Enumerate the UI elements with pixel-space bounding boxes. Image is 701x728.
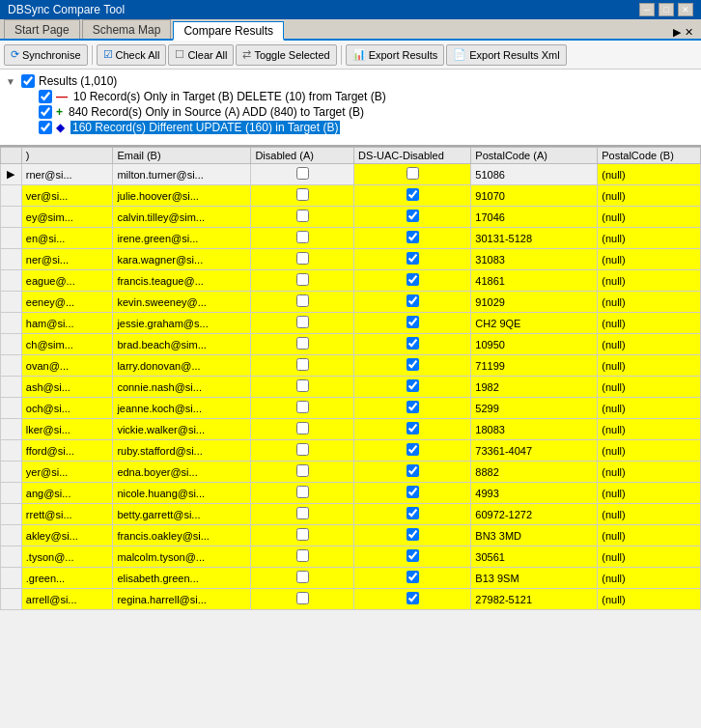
tab-compare-results[interactable]: Compare Results: [173, 21, 284, 41]
minimize-button[interactable]: ─: [639, 3, 655, 16]
disabled-a-checkbox[interactable]: [296, 358, 309, 371]
grid-scroll-area[interactable]: ) Email (B) Disabled (A) DS-UAC-Disabled…: [0, 147, 701, 728]
cell-postal-a: 17046: [471, 207, 598, 228]
cell-email-a: arrell@si...: [21, 589, 113, 610]
col-header-postal-a[interactable]: PostalCode (A): [471, 148, 598, 164]
tree-delete-checkbox[interactable]: [39, 90, 52, 103]
ds-uac-checkbox[interactable]: [407, 464, 419, 477]
disabled-a-checkbox[interactable]: [296, 379, 309, 392]
ds-uac-checkbox[interactable]: [407, 528, 419, 541]
cell-email-a: yer@si...: [21, 462, 113, 483]
ds-uac-checkbox[interactable]: [407, 294, 419, 307]
ds-uac-checkbox[interactable]: [407, 422, 419, 434]
cell-postal-b: (null): [598, 504, 701, 525]
row-indicator-cell: [1, 355, 22, 377]
cell-disabled-a: [251, 398, 354, 419]
col-header-postal-b[interactable]: PostalCode (B): [598, 148, 701, 164]
cell-email-a: eague@...: [21, 270, 113, 292]
cell-postal-b: (null): [598, 525, 701, 546]
ds-uac-checkbox[interactable]: [407, 167, 419, 180]
ds-uac-checkbox[interactable]: [407, 549, 419, 562]
ds-uac-checkbox[interactable]: [407, 210, 419, 222]
ds-uac-checkbox[interactable]: [407, 337, 419, 350]
disabled-a-checkbox[interactable]: [296, 273, 309, 286]
disabled-a-checkbox[interactable]: [296, 252, 309, 265]
ds-uac-checkbox[interactable]: [407, 188, 419, 201]
toggle-selected-button[interactable]: ⇄ Toggle Selected: [236, 44, 336, 66]
cell-postal-a: 91070: [471, 185, 598, 207]
ds-uac-checkbox[interactable]: [407, 401, 419, 413]
cell-postal-b: (null): [598, 546, 701, 568]
disabled-a-checkbox[interactable]: [296, 210, 309, 222]
tab-schema-map[interactable]: Schema Map: [82, 19, 172, 39]
ds-uac-checkbox[interactable]: [407, 273, 419, 286]
cell-postal-b: (null): [598, 355, 701, 377]
col-header-disabled-a[interactable]: Disabled (A): [251, 148, 354, 164]
disabled-a-checkbox[interactable]: [296, 337, 309, 350]
tree-delete-label: 10 Record(s) Only in Target (B) DELETE (…: [73, 90, 386, 103]
col-header-ds-uac[interactable]: DS-UAC-Disabled: [354, 148, 471, 164]
cell-email-b: connie.nash@si...: [113, 377, 251, 398]
export-results-icon: 📊: [352, 48, 366, 61]
ds-uac-checkbox[interactable]: [407, 358, 419, 371]
window-title-bar: DBSync Compare Tool ─ □ ✕: [0, 0, 701, 19]
ds-uac-checkbox[interactable]: [407, 592, 419, 604]
disabled-a-checkbox[interactable]: [296, 443, 309, 456]
tree-item-add[interactable]: + 840 Record(s) Only in Source (A) ADD (…: [6, 104, 695, 120]
close-button[interactable]: ✕: [678, 3, 693, 16]
col-header-email-b[interactable]: Email (B): [113, 148, 251, 164]
disabled-a-checkbox[interactable]: [296, 401, 309, 413]
tab-start-page[interactable]: Start Page: [4, 19, 80, 39]
maximize-button[interactable]: □: [659, 3, 674, 16]
tree-update-checkbox[interactable]: [39, 121, 52, 134]
cell-disabled-a: [251, 589, 354, 610]
ds-uac-checkbox[interactable]: [407, 507, 419, 519]
disabled-a-checkbox[interactable]: [296, 188, 309, 201]
cell-ds-uac: [354, 377, 471, 398]
col-header-indicator: [1, 148, 22, 164]
disabled-a-checkbox[interactable]: [296, 294, 309, 307]
ds-uac-checkbox[interactable]: [407, 571, 419, 583]
ds-uac-checkbox[interactable]: [407, 231, 419, 243]
disabled-a-checkbox[interactable]: [296, 422, 309, 434]
cell-ds-uac: [354, 185, 471, 207]
row-indicator-cell: [1, 483, 22, 504]
table-row: lker@si...vickie.walker@si...18083(null): [1, 419, 701, 440]
ds-uac-checkbox[interactable]: [407, 379, 419, 392]
tree-update-icon: ◆: [56, 121, 65, 134]
disabled-a-checkbox[interactable]: [296, 571, 309, 583]
tree-item-update[interactable]: ◆ 160 Record(s) Different UPDATE (160) i…: [6, 120, 695, 135]
cell-disabled-a: [251, 568, 354, 589]
ds-uac-checkbox[interactable]: [407, 443, 419, 456]
tab-bar-arrow-right[interactable]: ▶: [673, 26, 681, 39]
disabled-a-checkbox[interactable]: [296, 231, 309, 243]
check-all-button[interactable]: ☑ Check All: [97, 44, 167, 66]
clear-all-button[interactable]: ☐ Clear All: [168, 44, 234, 66]
table-row: fford@si...ruby.stafford@si...73361-4047…: [1, 440, 701, 462]
disabled-a-checkbox[interactable]: [296, 316, 309, 328]
disabled-a-checkbox[interactable]: [296, 592, 309, 604]
ds-uac-checkbox[interactable]: [407, 316, 419, 328]
tab-close-icon[interactable]: ✕: [685, 26, 693, 39]
export-results-xml-icon: 📄: [453, 48, 466, 61]
disabled-a-checkbox[interactable]: [296, 507, 309, 519]
tree-root-checkbox[interactable]: [21, 74, 35, 88]
disabled-a-checkbox[interactable]: [296, 167, 309, 180]
tree-add-checkbox[interactable]: [39, 105, 52, 119]
tree-root[interactable]: ▼ Results (1,010): [6, 73, 695, 89]
ds-uac-checkbox[interactable]: [407, 252, 419, 265]
disabled-a-checkbox[interactable]: [296, 486, 309, 498]
disabled-a-checkbox[interactable]: [296, 528, 309, 541]
cell-postal-a: 1982: [471, 377, 598, 398]
disabled-a-checkbox[interactable]: [296, 464, 309, 477]
disabled-a-checkbox[interactable]: [296, 549, 309, 562]
tree-root-expand[interactable]: ▼: [6, 76, 17, 87]
synchronise-button[interactable]: ⟳ Synchronise: [4, 44, 88, 66]
cell-postal-b: (null): [598, 185, 701, 207]
export-results-xml-button[interactable]: 📄 Export Results Xml: [446, 44, 567, 66]
cell-postal-a: CH2 9QE: [471, 313, 598, 334]
tree-item-delete[interactable]: — 10 Record(s) Only in Target (B) DELETE…: [6, 89, 695, 104]
export-results-button[interactable]: 📊 Export Results: [346, 44, 445, 66]
ds-uac-checkbox[interactable]: [407, 486, 419, 498]
col-header-email-a[interactable]: ): [21, 148, 113, 164]
